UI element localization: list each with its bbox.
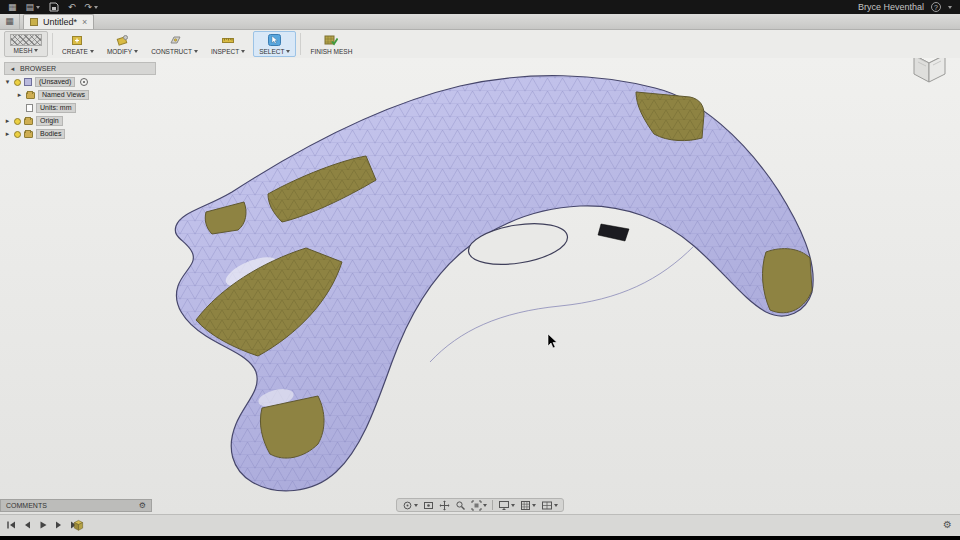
grid-snap-button[interactable] [520, 500, 536, 511]
save-button[interactable] [49, 2, 59, 12]
tab-title: Untitled* [43, 17, 77, 27]
construct-label: CONSTRUCT [151, 48, 192, 55]
tab-close-icon[interactable]: × [82, 18, 87, 27]
create-icon [71, 34, 84, 46]
data-panel-icon: ▦ [5, 16, 14, 26]
expand-icon[interactable]: ▾ [4, 78, 11, 86]
mesh-model[interactable] [175, 76, 813, 491]
browser-item-origin[interactable]: ▸ Origin [4, 115, 156, 127]
browser-header[interactable]: ◂ BROWSER [4, 62, 156, 75]
fusion360-window: ▦ ▤ ↶ ↷ Bryce Heventhal ? [0, 0, 960, 540]
folder-icon [24, 118, 33, 125]
construct-menu-button[interactable]: CONSTRUCT [146, 31, 203, 57]
timeline-settings-gear-icon[interactable]: ⚙ [943, 519, 952, 531]
titlebar: ▦ ▤ ↶ ↷ Bryce Heventhal ? [0, 0, 960, 14]
active-document-radio-icon[interactable] [80, 78, 88, 86]
create-label: CREATE [62, 48, 88, 55]
expand-icon[interactable]: ▸ [4, 130, 11, 138]
orbit-button[interactable] [402, 500, 418, 511]
cut-face-right-cap[interactable] [763, 249, 812, 313]
browser-item-document[interactable]: ▾ (Unsaved) [4, 76, 156, 88]
step-back-button[interactable] [22, 520, 32, 530]
display-settings-icon [498, 500, 510, 511]
app-grid-icon[interactable]: ▦ [8, 2, 17, 12]
inspect-menu-button[interactable]: INSPECT [206, 31, 250, 57]
folder-icon [26, 92, 35, 99]
redo-button[interactable]: ↷ [85, 2, 99, 12]
browser-item-bodies[interactable]: ▸ Bodies [4, 128, 156, 140]
file-icon: ▤ [26, 2, 35, 12]
fit-caret-icon [483, 504, 487, 507]
zoom-button[interactable] [455, 500, 466, 511]
units-doc-icon [26, 104, 33, 112]
pan-button[interactable] [439, 500, 450, 511]
expand-icon[interactable]: ▸ [4, 117, 11, 125]
viewport[interactable]: ◂ BROWSER ▾ (Unsaved) ▸ Named Views [0, 58, 960, 514]
contour-edge [430, 246, 694, 362]
data-panel-toggle[interactable]: ▦ [0, 13, 20, 29]
redo-caret-icon [94, 6, 98, 9]
browser-item-named-views[interactable]: ▸ Named Views [4, 89, 156, 101]
document-name[interactable]: (Unsaved) [35, 77, 75, 87]
comments-label: COMMENTS [6, 502, 47, 509]
modify-menu-button[interactable]: MODIFY [102, 31, 143, 57]
folder-icon [24, 131, 33, 138]
mesh-workspace-icon [10, 34, 42, 46]
comments-gear-icon[interactable]: ⚙ [139, 502, 146, 510]
browser-title: BROWSER [20, 65, 56, 72]
fit-button[interactable] [471, 500, 487, 511]
named-views-label[interactable]: Named Views [38, 90, 89, 100]
display-caret-icon [511, 504, 515, 507]
units-label[interactable]: Units: mm [36, 103, 76, 113]
toolbar-divider [300, 33, 301, 55]
browser-collapse-icon[interactable]: ◂ [9, 65, 16, 73]
main-toolbar: MESH CREATE MODIFY [0, 30, 960, 58]
file-menu-button[interactable]: ▤ [26, 2, 41, 12]
inspect-label: INSPECT [211, 48, 239, 55]
viewports-icon [541, 500, 553, 511]
user-caret-icon[interactable] [948, 6, 952, 9]
visibility-bulb-icon[interactable] [14, 79, 21, 86]
timeline-playback-controls [6, 520, 80, 530]
finish-mesh-label: FINISH MESH [310, 48, 352, 55]
redo-icon: ↷ [85, 2, 93, 12]
modify-caret-icon [134, 50, 138, 53]
play-button[interactable] [38, 520, 48, 530]
look-at-button[interactable] [423, 500, 434, 511]
bodies-label[interactable]: Bodies [36, 129, 65, 139]
tab-bar: ▦ Untitled* × [0, 14, 960, 30]
visibility-bulb-icon[interactable] [14, 131, 21, 138]
finish-mesh-icon [324, 34, 338, 46]
pan-icon [439, 500, 450, 511]
finish-mesh-button[interactable]: FINISH MESH [305, 31, 357, 57]
browser-item-units[interactable]: Units: mm [4, 102, 156, 114]
mouse-cursor [548, 334, 557, 348]
viewports-button[interactable] [541, 500, 558, 511]
document-tab-icon [30, 18, 38, 26]
visibility-bulb-icon[interactable] [14, 118, 21, 125]
timeline-mesh-feature-icon[interactable] [72, 519, 85, 532]
select-menu-button[interactable]: SELECT [253, 31, 296, 57]
tab-untitled[interactable]: Untitled* × [23, 14, 94, 29]
mesh-caret-icon [34, 49, 38, 52]
create-menu-button[interactable]: CREATE [57, 31, 99, 57]
look-at-icon [423, 500, 434, 511]
expand-icon[interactable]: ▸ [16, 91, 23, 99]
help-icon[interactable]: ? [931, 2, 941, 12]
navbar-divider [492, 500, 493, 510]
step-forward-button[interactable] [54, 520, 64, 530]
component-icon [24, 78, 32, 86]
create-caret-icon [90, 50, 94, 53]
toolbar-divider [52, 33, 53, 55]
undo-button[interactable]: ↶ [68, 2, 76, 12]
browser-panel: ◂ BROWSER ▾ (Unsaved) ▸ Named Views [4, 62, 156, 140]
display-settings-button[interactable] [498, 500, 515, 511]
skip-to-start-button[interactable] [6, 520, 16, 530]
origin-label[interactable]: Origin [36, 116, 63, 126]
comments-bar[interactable]: COMMENTS ⚙ [0, 499, 152, 512]
fit-icon [471, 500, 482, 511]
modify-label: MODIFY [107, 48, 132, 55]
workspace-mesh-dropdown[interactable]: MESH [4, 31, 48, 57]
user-name[interactable]: Bryce Heventhal [858, 2, 924, 12]
zoom-icon [455, 500, 466, 511]
